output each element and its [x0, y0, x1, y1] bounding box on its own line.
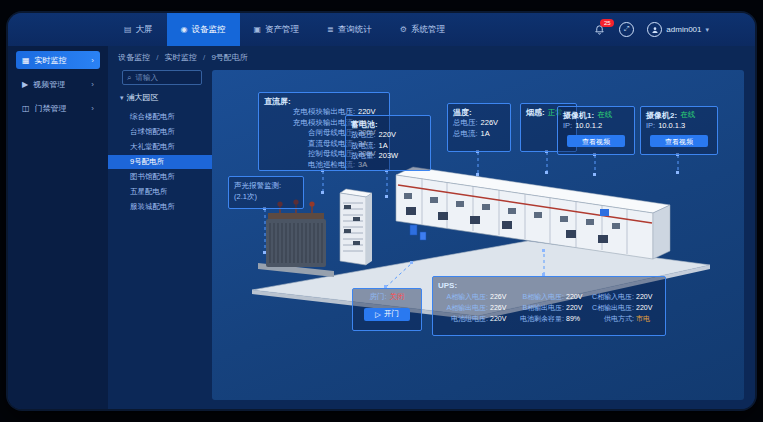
video-icon: ▶: [22, 80, 28, 89]
metric-value: 1A: [379, 141, 388, 152]
tree-item-selected[interactable]: 9号配电所: [108, 155, 212, 169]
sidebar-item-video-management[interactable]: ▶ 视频管理 ›: [16, 75, 100, 93]
search-icon: ⌕: [127, 73, 131, 83]
metric-label: 总电流:: [453, 129, 478, 140]
tree-item[interactable]: 大礼堂配电所: [108, 140, 212, 154]
status-badge: 在线: [680, 110, 695, 121]
metric-label: 放电压:: [351, 130, 376, 141]
door-icon: ◫: [22, 104, 30, 113]
tab-label: 大屏: [136, 24, 153, 36]
metric-value: 226V: [490, 291, 514, 302]
tree-group-label: 浦大园区: [127, 93, 159, 102]
metric-value: 市电: [636, 313, 660, 324]
chevron-right-icon: ›: [91, 104, 94, 113]
tree-item[interactable]: 综合楼配电所: [108, 110, 212, 124]
metric-label: 总电压:: [453, 118, 478, 129]
metric-value: 226V: [490, 302, 514, 313]
realtime-monitor-icon: ▦: [22, 56, 30, 65]
metric-value: 220V: [566, 302, 590, 313]
metric-value: 89%: [566, 313, 590, 324]
top-navigation-bar: ▤ 大屏 ◉ 设备监控 ▣ 资产管理 ≣ 查询统计 ⚙ 系统管理: [8, 13, 755, 46]
tree-item[interactable]: 服装城配电所: [108, 200, 212, 214]
battery-panel: 蓄电池: 放电压:220V 放电流:1A 放电量:203W: [345, 115, 431, 171]
metric-label: 控制母线电压:: [264, 149, 355, 160]
sidebar-item-label: 实时监控: [35, 55, 67, 66]
panel-title: UPS:: [438, 280, 660, 291]
breadcrumb-part[interactable]: 实时监控: [165, 53, 197, 62]
gear-icon: ⚙: [400, 25, 407, 34]
metric-label: 充电模块输出电压:: [264, 107, 355, 118]
alarm-panel: 声光报警监测: (2.1次): [228, 176, 304, 209]
metric-value: 203W: [379, 151, 399, 162]
breadcrumb-part[interactable]: 设备监控: [118, 53, 150, 62]
tab-asset-management[interactable]: ▣ 资产管理: [240, 13, 314, 46]
metric-label: 充电模块输出电流:: [264, 118, 355, 129]
chevron-right-icon: ›: [91, 56, 94, 65]
metric-label: C相输出电压:: [590, 302, 634, 313]
door-open-icon: ▷: [375, 310, 381, 319]
topbar-right-cluster: 25 ⤢ admin001 ▾: [592, 13, 709, 46]
sidebar-item-access-control[interactable]: ◫ 门禁管理 ›: [16, 99, 100, 117]
breadcrumb-part: 9号配电所: [211, 53, 247, 62]
panel-title: 蓄电池:: [351, 119, 425, 130]
tab-device-monitoring[interactable]: ◉ 设备监控: [167, 13, 240, 46]
ip-value: 10.0.1.2: [575, 121, 602, 132]
tree-group-node[interactable]: ▾浦大园区: [120, 92, 159, 103]
metric-value: 220V: [636, 302, 660, 313]
metric-label: 供电方式:: [590, 313, 634, 324]
metric-value: 220V: [566, 291, 590, 302]
alarm-value: (2.1次): [234, 191, 298, 202]
panel-title: 摄像机1:: [563, 110, 594, 121]
door-label: 房门:: [369, 292, 386, 303]
panel-title: 温度:: [453, 107, 505, 118]
metric-label: A相输入电压:: [438, 291, 488, 302]
metric-label: B相输入电压:: [514, 291, 564, 302]
notification-bell-icon[interactable]: 25: [592, 23, 606, 37]
sidebar-item-realtime-monitoring[interactable]: ▦ 实时监控 ›: [16, 51, 100, 69]
metric-label: 电池组电压:: [438, 313, 488, 324]
metric-label: 放电量:: [351, 151, 376, 162]
door-status: 关闭: [390, 292, 405, 303]
sidebar-item-label: 视频管理: [33, 79, 65, 90]
tab-query-statistics[interactable]: ≣ 查询统计: [313, 13, 386, 46]
search-input[interactable]: [133, 72, 201, 83]
panel-title: 烟感:: [526, 107, 545, 118]
open-door-button[interactable]: ▷开门: [364, 308, 410, 321]
tree-item[interactable]: 台球馆配电所: [108, 125, 212, 139]
ups-panel: UPS: A相输入电压:226V B相输入电压:220V C相输入电压:220V…: [432, 276, 666, 336]
user-menu[interactable]: admin001 ▾: [647, 22, 709, 37]
panel-title: 直流屏:: [264, 96, 384, 107]
status-badge: 在线: [597, 110, 612, 121]
metric-label: B相输出电压:: [514, 302, 564, 313]
metric-label: 放电流:: [351, 141, 376, 152]
alarm-label: 声光报警监测:: [234, 180, 298, 191]
metric-value: 220V: [379, 130, 397, 141]
view-video-button[interactable]: 查看视频: [650, 135, 708, 147]
open-door-label: 开门: [384, 309, 399, 319]
breadcrumb-separator: /: [156, 53, 158, 62]
metric-value: 226V: [481, 118, 499, 129]
tree-item[interactable]: 五星配电所: [108, 185, 212, 199]
metric-value: 1A: [481, 129, 490, 140]
camera2-panel: 摄像机2:在线 IP:10.0.1.3 查看视频: [640, 106, 718, 155]
substation-tree: ⌕ ▾浦大园区 综合楼配电所 台球馆配电所 大礼堂配电所 9号配电所 图书馆配电…: [108, 66, 212, 409]
view-video-button[interactable]: 查看视频: [567, 135, 625, 147]
temperature-panel: 温度: 总电压:226V 总电流:1A: [447, 103, 511, 152]
fullscreen-icon[interactable]: ⤢: [619, 22, 634, 37]
tab-system-management[interactable]: ⚙ 系统管理: [386, 13, 459, 46]
ip-label: IP:: [563, 121, 572, 132]
tree-item[interactable]: 图书馆配电所: [108, 170, 212, 184]
camera1-panel: 摄像机1:在线 IP:10.0.1.2 查看视频: [557, 106, 635, 155]
metric-label: A相输出电压:: [438, 302, 488, 313]
ip-value: 10.0.1.3: [658, 121, 685, 132]
metric-label: 电池剩余容量:: [514, 313, 564, 324]
tab-label: 设备监控: [192, 24, 226, 36]
tab-label: 系统管理: [411, 24, 445, 36]
panel-title: 摄像机2:: [646, 110, 677, 121]
notification-badge: 25: [600, 19, 614, 27]
tab-label: 资产管理: [265, 24, 299, 36]
tab-dashboard[interactable]: ▤ 大屏: [110, 13, 167, 46]
chevron-right-icon: ›: [91, 80, 94, 89]
chevron-down-icon: ▾: [705, 26, 709, 34]
ip-label: IP:: [646, 121, 655, 132]
